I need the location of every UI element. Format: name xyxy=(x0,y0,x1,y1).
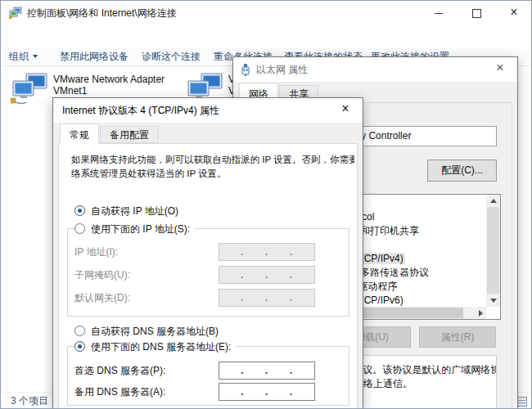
ipv4-properties-dialog: Internet 协议版本 4 (TCP/IPv4) 属性 常规 备用配置 如果… xyxy=(52,97,363,409)
window-title: 控制面板\网络和 Internet\网络连接 xyxy=(27,1,177,25)
ethernet-icon xyxy=(241,63,250,76)
radio-label: 自动获得 DNS 服务器地址(B) xyxy=(91,326,219,337)
scroll-right-icon[interactable] xyxy=(479,310,483,317)
vertical-scrollbar[interactable] xyxy=(486,195,500,307)
ip-address-field xyxy=(219,243,315,261)
radio-auto-ip[interactable]: 自动获得 IP 地址(O) xyxy=(74,205,178,218)
scroll-down-icon[interactable] xyxy=(490,299,497,303)
ip-address-label: IP 地址(I): xyxy=(74,246,118,258)
radio-label: 使用下面的 DNS 服务器地址(E): xyxy=(91,341,231,353)
network-connections-window: 控制面板\网络和 Internet\网络连接 ← → ↑ 控制面板 网络和 In… xyxy=(0,0,532,409)
maximize-button[interactable] xyxy=(458,1,495,25)
network-adapter-icon xyxy=(11,73,48,106)
subnet-mask-field xyxy=(219,266,315,284)
toolbar-item-diagnose-connection[interactable]: 诊断这个连接 xyxy=(142,47,201,65)
preferred-dns-field[interactable] xyxy=(219,362,315,380)
close-icon[interactable] xyxy=(483,57,517,80)
scrollbar-thumb[interactable] xyxy=(487,207,499,294)
radio-icon[interactable] xyxy=(74,223,85,234)
radio-manual-ip[interactable]: 使用下面的 IP 地址(S): xyxy=(74,223,195,236)
radio-auto-dns[interactable]: 自动获得 DNS 服务器地址(B) xyxy=(74,326,219,339)
scroll-up-icon[interactable] xyxy=(490,199,497,203)
minimize-button[interactable] xyxy=(420,1,458,25)
close-button[interactable] xyxy=(495,1,532,25)
radio-selected-icon[interactable] xyxy=(74,205,85,216)
default-gateway-field xyxy=(219,289,315,307)
tab-alternate-configuration[interactable]: 备用配置 xyxy=(100,126,159,143)
radio-icon[interactable] xyxy=(74,326,85,336)
subnet-mask-label: 子网掩码(U): xyxy=(74,269,130,281)
alternate-dns-field[interactable] xyxy=(219,383,315,401)
dialog-title-bar: Internet 协议版本 4 (TCP/IPv4) 属性 xyxy=(53,98,363,123)
items-count: 3 个项目 xyxy=(11,393,48,409)
intro-text: 如果网络支持此功能，则可以获取自动指派的 IP 设置。否则，你需要从网 络系统管… xyxy=(71,153,354,181)
navigation-bar: ← → ↑ 控制面板 网络和 Internet 网络连接 在 网络连接 中搜索 xyxy=(1,25,532,47)
radio-label: 使用下面的 IP 地址(S): xyxy=(91,223,190,235)
dialog-title: 以太网 属性 xyxy=(256,57,308,82)
preferred-dns-label: 首选 DNS 服务器(P): xyxy=(74,365,165,376)
radio-selected-icon[interactable] xyxy=(74,341,85,352)
chevron-down-icon xyxy=(33,55,38,58)
default-gateway-label: 默认网关(D): xyxy=(74,292,130,303)
title-bar: 控制面板\网络和 Internet\网络连接 xyxy=(1,1,532,25)
tab-general[interactable]: 常规 xyxy=(60,124,99,144)
dialog-title: Internet 协议版本 4 (TCP/IPv4) 属性 xyxy=(62,98,219,123)
configure-button[interactable]: 配置(C)... xyxy=(427,160,497,182)
toolbar-item-organize[interactable]: 组织 xyxy=(9,47,38,65)
app-icon xyxy=(9,7,22,20)
adapter-name: VMware Network Adapter xyxy=(53,74,165,85)
close-icon[interactable] xyxy=(328,98,363,121)
alternate-dns-label: 备用 DNS 服务器(A): xyxy=(74,386,165,398)
radio-label: 自动获得 IP 地址(O) xyxy=(91,205,178,217)
dialog-title-bar: 以太网 属性 xyxy=(233,57,517,82)
toolbar-item-disable-device[interactable]: 禁用此网络设备 xyxy=(60,47,128,65)
adapter-id: VMnet1 xyxy=(53,85,87,97)
radio-manual-dns[interactable]: 使用下面的 DNS 服务器地址(E): xyxy=(74,341,236,354)
properties-button: 属性(R) xyxy=(419,326,496,348)
